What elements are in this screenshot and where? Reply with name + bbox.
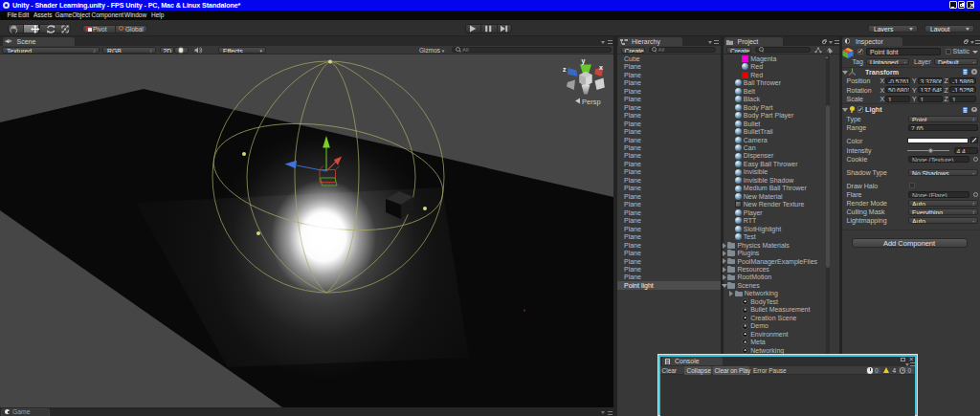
svg-text:z: z [563,66,567,73]
svg-text:Persp: Persp [582,98,601,106]
svg-text:x: x [599,64,603,71]
svg-text:y: y [582,57,586,65]
